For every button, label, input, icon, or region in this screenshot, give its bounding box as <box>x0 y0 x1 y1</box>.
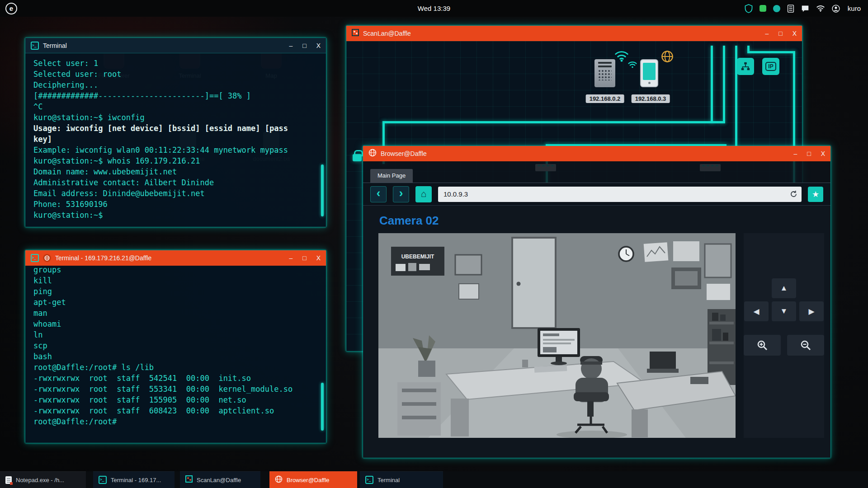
home-button[interactable]: ⌂ <box>415 186 432 202</box>
close-button[interactable]: X <box>821 146 825 161</box>
terminal-icon <box>31 42 39 50</box>
terminal-line: ^C <box>33 101 318 112</box>
terminal-line: ln <box>33 329 318 340</box>
page-title: Camera 02 <box>379 214 830 228</box>
terminal-line: apt-get <box>33 297 318 308</box>
username: kuro <box>848 5 861 12</box>
scanlan-icon <box>185 475 193 484</box>
maximize-button[interactable]: □ <box>807 146 811 161</box>
window-title: Browser@Daffle <box>381 150 427 157</box>
terminal-line: root@Daffle:/root# ls /lib <box>33 362 318 373</box>
device-ip-label[interactable]: 192.168.0.2 <box>586 94 624 103</box>
tasks-icon[interactable] <box>787 5 794 13</box>
window-title: ScanLan@Daffle <box>363 30 411 37</box>
browser-tab[interactable]: Main Page <box>370 169 413 183</box>
os-logo[interactable]: e <box>5 3 17 14</box>
zoom-in-button[interactable] <box>744 335 781 356</box>
terminal-line: Deciphering... <box>33 80 318 90</box>
ip-tool-label: IP <box>765 62 776 71</box>
url-input[interactable] <box>438 187 802 202</box>
wifi-icon[interactable] <box>816 5 825 12</box>
wifi-signal-icon-small <box>627 61 637 70</box>
device-pc[interactable] <box>594 59 615 87</box>
maximize-button[interactable]: □ <box>302 250 306 266</box>
network-status-icon[interactable] <box>773 5 780 12</box>
terminal-line: scp <box>33 340 318 351</box>
terminal-line: Select user: 1 <box>33 58 318 69</box>
terminal-line: man <box>33 308 318 319</box>
network-link-line <box>747 51 795 53</box>
maximize-button[interactable]: □ <box>302 38 306 53</box>
minimize-button[interactable]: – <box>289 38 292 53</box>
device-ip-label[interactable]: 192.168.0.3 <box>632 94 670 103</box>
terminal-line: kill <box>33 275 318 286</box>
maximize-button[interactable]: □ <box>778 26 782 41</box>
terminal-line: ping <box>33 286 318 297</box>
pan-right-button[interactable]: ▶ <box>799 301 824 321</box>
close-button[interactable]: X <box>793 26 797 41</box>
minimize-button[interactable]: – <box>793 146 797 161</box>
camera-feed: UBEBEMIJIT <box>378 233 736 438</box>
chat-icon[interactable] <box>801 5 809 12</box>
scrollbar[interactable] <box>321 164 324 216</box>
terminal-line: whoami <box>33 319 318 329</box>
camera-control-panel: ▲ ◀ ▼ ▶ <box>744 233 824 438</box>
taskbar-item-scanlan[interactable]: ScanLan@Daffle <box>180 471 260 488</box>
terminal-line: bash <box>33 351 318 362</box>
terminal-output[interactable]: groupskillpingapt-getmanwhoamilnscpbashr… <box>25 266 326 443</box>
terminal-line: -rwxrwxrwx root staff 155905 00:00 net.s… <box>33 394 318 405</box>
terminal-line: Domain name: www.ubebemijit.net <box>33 166 318 177</box>
close-button[interactable]: X <box>316 38 321 53</box>
terminal-line: Email address: Dininde@ubebemijit.net <box>33 188 318 199</box>
top-bar: e Wed 13:39 kuro <box>0 0 868 17</box>
pan-left-button[interactable]: ◀ <box>744 301 769 321</box>
terminal-line: [#############-----------------------]==… <box>33 90 318 101</box>
browser-tabstrip: Main Page <box>363 161 830 183</box>
window-titlebar[interactable]: Terminal - 169.179.216.21@Daffle – □ X <box>25 250 326 266</box>
terminal-output[interactable]: Select user: 1Selected user: rootDeciphe… <box>25 53 326 227</box>
bookmark-button[interactable]: ★ <box>808 187 823 202</box>
battery-icon[interactable] <box>760 5 766 12</box>
scanlan-icon <box>352 29 359 38</box>
lan-topology-button[interactable] <box>737 58 754 75</box>
shield-icon[interactable] <box>745 4 753 13</box>
notepad-icon <box>5 476 12 484</box>
window-titlebar[interactable]: Terminal – □ X <box>25 38 326 53</box>
back-button[interactable]: ‹ <box>370 186 387 202</box>
taskbar-item-terminal-remote[interactable]: Terminal - 169.17... <box>93 471 175 488</box>
minimize-button[interactable]: – <box>765 26 769 41</box>
forward-button[interactable]: › <box>393 186 409 202</box>
minimize-button[interactable]: – <box>289 250 292 266</box>
pan-down-button[interactable]: ▼ <box>772 301 796 321</box>
network-link-line <box>723 46 725 123</box>
close-button[interactable]: X <box>316 250 321 266</box>
terminal-line: Example: iwconfig wlan0 00:11:22:33:44 m… <box>33 145 318 155</box>
terminal-icon <box>99 476 107 484</box>
terminal-window-remote: Terminal - 169.179.216.21@Daffle – □ X g… <box>25 250 326 443</box>
terminal-icon <box>31 254 39 262</box>
terminal-line: kuro@station:~$ iwconfig <box>33 112 318 123</box>
window-titlebar[interactable]: ScanLan@Daffle – □ X <box>346 26 802 41</box>
clock: Wed 13:39 <box>418 5 450 12</box>
ip-tool-button[interactable]: IP <box>762 58 779 75</box>
taskbar-item-label: ScanLan@Daffle <box>197 477 241 483</box>
taskbar-item-terminal-local[interactable]: Terminal <box>360 471 443 488</box>
browser-navbar: ‹ › ⌂ ★ <box>363 183 830 206</box>
terminal-line: Phone: 531690196 <box>33 199 318 210</box>
taskbar-item-browser[interactable]: Browser@Daffle <box>269 471 357 488</box>
terminal-line: Administrative contact: Ailbert Dininde <box>33 177 318 188</box>
taskbar-item-label: Notepad.exe - /h... <box>16 477 64 483</box>
terminal-line: -rwxrwxrwx root staff 542541 00:00 init.… <box>33 373 318 384</box>
taskbar-item-notepad[interactable]: Notepad.exe - /h... <box>0 471 86 488</box>
terminal-window-local: Terminal – □ X Select user: 1Selected us… <box>25 38 326 227</box>
zoom-out-button[interactable] <box>787 335 824 356</box>
window-titlebar[interactable]: Browser@Daffle – □ X <box>363 146 830 161</box>
refresh-icon[interactable] <box>789 190 798 200</box>
user-icon[interactable] <box>832 5 840 13</box>
terminal-line: -rwxrwxrwx root staff 608423 00:00 aptcl… <box>33 405 318 416</box>
terminal-line: kuro@station:~$ <box>33 210 318 221</box>
scrollbar[interactable] <box>321 383 324 431</box>
taskbar: Notepad.exe - /h... Terminal - 169.17...… <box>0 471 868 488</box>
device-phone[interactable] <box>640 59 658 87</box>
pan-up-button[interactable]: ▲ <box>772 278 796 298</box>
